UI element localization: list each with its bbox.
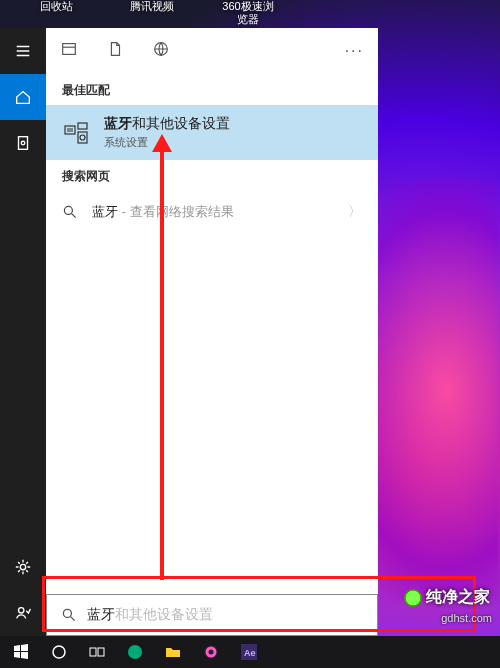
best-match-result[interactable]: 蓝牙和其他设备设置 系统设置 [46, 105, 378, 160]
documents-filter-button[interactable] [106, 40, 124, 62]
apps-icon [60, 40, 78, 58]
home-icon [14, 88, 32, 106]
hamburger-button[interactable] [0, 28, 46, 74]
svg-point-10 [64, 206, 72, 214]
desktop-icon-recycle[interactable]: 回收站 [28, 0, 84, 13]
edge-icon [127, 644, 143, 660]
desktop-icon-tencent[interactable]: 腾讯视频 [124, 0, 180, 13]
globe-icon [152, 40, 170, 58]
svg-point-12 [53, 646, 65, 658]
feedback-button[interactable] [0, 590, 46, 636]
ae-icon: Ae [241, 644, 257, 660]
svg-point-1 [21, 141, 25, 145]
svg-rect-8 [78, 132, 87, 143]
home-button[interactable] [0, 74, 46, 120]
svg-rect-0 [19, 137, 28, 150]
watermark-logo-icon [404, 589, 422, 607]
device-settings-icon [62, 119, 90, 147]
svg-rect-13 [90, 648, 96, 656]
desktop-icons-row: 回收站 腾讯视频 360极速浏览器 [0, 0, 500, 28]
app-aftereffects[interactable]: Ae [232, 638, 266, 666]
search-web-label: 搜索网页 [46, 160, 378, 191]
cortana-button[interactable] [42, 638, 76, 666]
cortana-left-rail [0, 28, 46, 636]
svg-point-15 [128, 645, 142, 659]
watermark-brand: 纯净之家 [404, 587, 490, 608]
notebook-button[interactable] [0, 120, 46, 166]
app-edge[interactable] [118, 638, 152, 666]
apps-filter-button[interactable] [60, 40, 78, 62]
search-icon [62, 204, 78, 220]
svg-point-9 [80, 135, 85, 140]
settings-button[interactable] [0, 544, 46, 590]
svg-rect-4 [63, 44, 76, 55]
filter-row: ··· [46, 28, 378, 74]
more-filters-button[interactable]: ··· [345, 42, 364, 60]
best-match-title: 蓝牙和其他设备设置 [104, 115, 230, 133]
svg-rect-7 [78, 123, 87, 129]
svg-point-3 [19, 608, 24, 613]
folder-icon [165, 644, 181, 660]
best-match-label: 最佳匹配 [46, 74, 378, 105]
svg-point-2 [20, 564, 25, 569]
taskview-icon [89, 644, 105, 660]
taskview-button[interactable] [80, 638, 114, 666]
search-input-value: 蓝牙和其他设备设置 [87, 606, 213, 624]
gear-icon [14, 558, 32, 576]
hamburger-icon [14, 42, 32, 60]
svg-point-11 [63, 609, 71, 617]
annotation-arrow [160, 150, 164, 580]
web-filter-button[interactable] [152, 40, 170, 62]
cortana-search-input[interactable]: 蓝牙和其他设备设置 [46, 594, 378, 636]
colorwheel-icon [203, 644, 219, 660]
start-button[interactable] [4, 638, 38, 666]
notebook-icon [14, 134, 32, 152]
chevron-right-icon: 〉 [348, 203, 362, 221]
svg-rect-6 [65, 126, 75, 134]
cortana-icon [51, 644, 67, 660]
document-icon [106, 40, 124, 58]
windows-icon [13, 644, 29, 660]
web-result-text: 蓝牙 - 查看网络搜索结果 [92, 203, 334, 221]
watermark-url: gdhst.com [441, 612, 492, 624]
svg-rect-14 [98, 648, 104, 656]
app-browser[interactable] [194, 638, 228, 666]
svg-text:Ae: Ae [244, 648, 256, 658]
desktop-icon-360[interactable]: 360极速浏览器 [220, 0, 276, 26]
feedback-icon [14, 604, 32, 622]
search-icon [61, 607, 77, 623]
cortana-search-panel: ··· 最佳匹配 蓝牙和其他设备设置 系统设置 搜索网页 蓝牙 - 查看网络搜索… [46, 28, 378, 636]
web-search-result[interactable]: 蓝牙 - 查看网络搜索结果 〉 [46, 191, 378, 233]
taskbar: Ae [0, 636, 500, 668]
app-explorer[interactable] [156, 638, 190, 666]
